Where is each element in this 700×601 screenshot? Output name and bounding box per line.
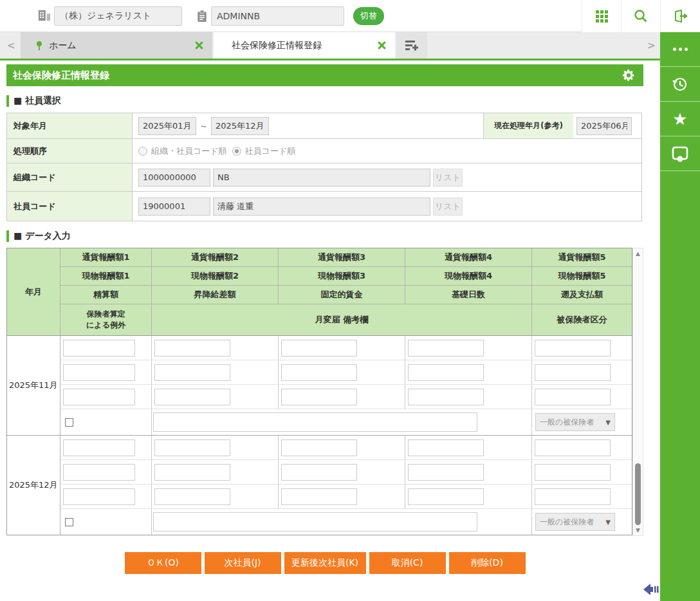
col-header: 通貨報酬額3	[279, 248, 405, 266]
amount-input[interactable]	[154, 439, 230, 456]
more-options-button[interactable]	[660, 32, 700, 67]
amount-input[interactable]	[535, 364, 611, 381]
col-header: 固定的賃金	[279, 286, 405, 304]
ok-button[interactable]: ＯＫ(O)	[125, 552, 201, 574]
amount-input[interactable]	[408, 340, 484, 356]
insured-type-select[interactable]: 一般の被保険者 ▼	[535, 413, 615, 431]
switch-button[interactable]: 切替	[353, 7, 384, 25]
amount-input[interactable]	[63, 389, 135, 405]
remark-input[interactable]	[153, 412, 477, 432]
next-employee-button[interactable]: 次社員(J)	[205, 552, 281, 574]
logout-button[interactable]	[660, 0, 700, 32]
remark-input[interactable]	[153, 512, 477, 532]
form-row-org: 組織コード リスト	[7, 163, 641, 192]
data-grid: 年月 通貨報酬額1 通貨報酬額2 通貨報酬額3 通貨報酬額4 通貨報酬額5 現物…	[6, 248, 632, 535]
current-ym-input[interactable]	[576, 117, 632, 135]
amount-input[interactable]	[63, 464, 135, 481]
collapse-arrow-icon[interactable]	[643, 582, 659, 597]
exception-checkbox[interactable]	[65, 518, 73, 526]
amount-input[interactable]	[408, 439, 484, 456]
emp-name-input[interactable]	[213, 198, 430, 216]
cell	[532, 460, 632, 484]
amount-input[interactable]	[154, 464, 230, 481]
amount-input[interactable]	[63, 340, 135, 356]
app-menu-button[interactable]	[582, 0, 621, 32]
col-header: 通貨報酬額1	[60, 248, 152, 266]
order-radio-org-emp[interactable]	[138, 147, 147, 156]
add-tab-icon	[405, 40, 419, 51]
org-code-input[interactable]	[138, 169, 210, 187]
amount-input[interactable]	[154, 389, 230, 405]
gear-icon[interactable]	[622, 68, 636, 82]
org-code-label: 組織コード	[7, 163, 133, 191]
amount-input[interactable]	[63, 364, 135, 381]
exception-checkbox[interactable]	[65, 418, 73, 427]
tab-active[interactable]: 社会保険修正情報登録	[214, 32, 395, 59]
company-input[interactable]	[54, 6, 182, 26]
amount-input[interactable]	[535, 488, 611, 505]
favorites-button[interactable]: ★	[660, 102, 700, 136]
search-button[interactable]	[621, 0, 660, 32]
delete-button[interactable]: 削除(D)	[449, 552, 526, 574]
cell	[60, 436, 152, 459]
close-icon[interactable]	[195, 41, 203, 50]
amount-input[interactable]	[154, 340, 230, 356]
col-header: 通貨報酬額4	[405, 248, 532, 266]
amount-input[interactable]	[408, 364, 484, 381]
order-radio-emp[interactable]	[232, 147, 241, 156]
amount-input[interactable]	[63, 488, 135, 505]
cell	[405, 436, 532, 459]
tab-scroll-right[interactable]: >	[647, 40, 656, 51]
amount-input[interactable]	[154, 364, 230, 381]
emp-list-button[interactable]: リスト	[433, 198, 463, 216]
org-list-button[interactable]: リスト	[433, 169, 463, 187]
ym-header: 年月	[7, 248, 60, 335]
amount-input[interactable]	[535, 464, 611, 481]
add-tab-button[interactable]	[396, 32, 427, 59]
amount-input[interactable]	[281, 439, 357, 456]
vertical-scrollbar[interactable]: ▲ ▼	[632, 248, 643, 536]
memo-button[interactable]	[660, 136, 700, 171]
ym-from-input[interactable]	[138, 117, 196, 135]
scroll-up-icon[interactable]: ▲	[633, 248, 643, 259]
scrollbar-thumb[interactable]	[635, 463, 641, 525]
cell	[279, 485, 405, 508]
close-icon[interactable]	[378, 41, 386, 50]
ym-to-input[interactable]	[211, 117, 269, 135]
col-header: 現物報酬額1	[60, 267, 152, 285]
amount-input[interactable]	[281, 488, 357, 505]
org-name-input[interactable]	[213, 169, 430, 187]
amount-input[interactable]	[408, 464, 484, 481]
amount-input[interactable]	[63, 439, 135, 456]
amount-input[interactable]	[535, 389, 611, 405]
update-next-employee-button[interactable]: 更新後次社員(K)	[284, 552, 366, 574]
cell	[279, 460, 405, 484]
amount-input[interactable]	[535, 439, 611, 456]
tab-home[interactable]: ホーム	[21, 32, 212, 59]
cell	[532, 485, 632, 508]
amount-input[interactable]	[154, 488, 230, 505]
amount-input[interactable]	[281, 389, 357, 405]
cell	[532, 436, 632, 459]
section-data-title: ■ データ入力	[14, 230, 71, 242]
emp-code-input[interactable]	[138, 198, 210, 216]
col-header: 基礎日数	[405, 286, 532, 304]
form-row-order: 処理順序 組織・社員コード順 社員コード順	[7, 139, 641, 163]
amount-input[interactable]	[535, 340, 611, 356]
amount-input[interactable]	[281, 464, 357, 481]
amount-input[interactable]	[408, 488, 484, 505]
amount-input[interactable]	[408, 389, 484, 405]
history-button[interactable]	[660, 67, 700, 102]
tab-scroll-left[interactable]: <	[7, 40, 15, 51]
col-header: 昇降給差額	[152, 286, 279, 304]
cancel-button[interactable]: 取消(C)	[369, 552, 446, 574]
cell	[532, 360, 632, 384]
cell	[279, 385, 405, 409]
user-input[interactable]	[211, 6, 344, 26]
amount-input[interactable]	[281, 364, 357, 381]
insured-type-select[interactable]: 一般の被保険者 ▼	[535, 513, 615, 531]
amount-input[interactable]	[281, 340, 357, 356]
star-icon: ★	[672, 111, 687, 127]
scroll-down-icon[interactable]: ▼	[633, 525, 643, 535]
cell	[532, 336, 632, 360]
